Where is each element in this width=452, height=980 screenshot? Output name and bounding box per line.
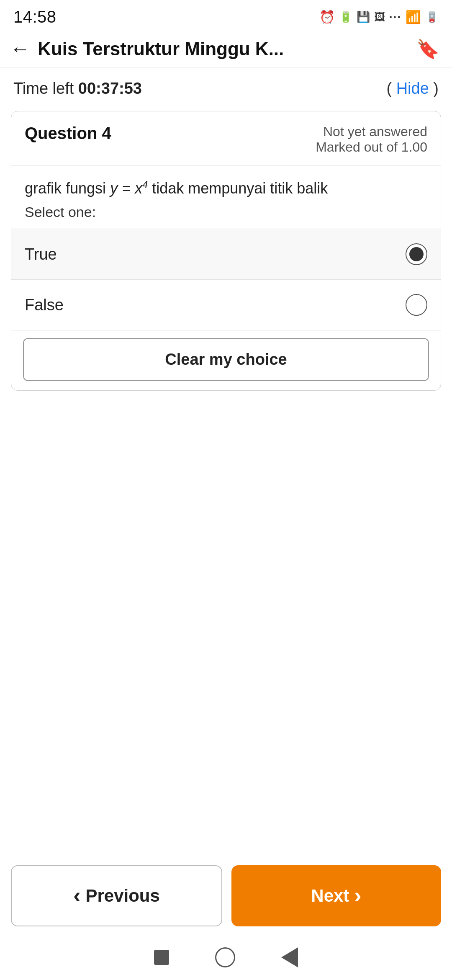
battery-icon: 🪫 [425,10,439,23]
status-bar: 14:58 ⏰ 🔋 💾 🖼 ··· 📶 🪫 [0,0,452,31]
question-text-prefix: grafik fungsi [25,180,106,197]
clear-choice-button[interactable]: Clear my choice [23,338,429,381]
wifi-icon: 📶 [406,10,421,24]
question-math-y: y = x4 [110,180,148,197]
previous-button[interactable]: Previous [11,865,222,926]
question-text: grafik fungsi y = x4 tidak mempunyai tit… [25,177,427,200]
bottom-nav: Previous Next [0,856,452,938]
next-label: Next [311,886,349,906]
hide-paren-close: ) [429,80,439,97]
sd-card-icon: 💾 [357,10,370,23]
timer-row: Time left 00:37:53 ( Hide ) [0,68,452,106]
system-home-button[interactable] [215,947,235,967]
bookmark-icon[interactable]: 🔖 [416,38,439,60]
chevron-left-icon [73,885,80,907]
app-title: Kuis Terstruktur Minggu K... [38,39,416,59]
photo-icon: 🖼 [374,10,385,23]
option-false-label: False [25,296,64,314]
system-square-button[interactable] [154,950,169,965]
status-time: 14:58 [13,8,56,26]
battery-plus-icon: 🔋 [339,10,352,23]
select-one-label: Select one: [25,204,427,220]
previous-label: Previous [85,886,159,906]
system-back-button[interactable] [281,947,298,967]
question-meta: Not yet answered Marked out of 1.00 [316,124,427,155]
option-true-label: True [25,245,57,263]
question-body: grafik fungsi y = x4 tidak mempunyai tit… [11,165,441,229]
timer-label: Time left 00:37:53 [13,80,142,97]
question-status: Not yet answered [316,124,427,139]
question-text-suffix: tidak mempunyai titik balik [152,180,328,197]
timer-value: 00:37:53 [78,80,142,97]
hide-container: ( Hide ) [386,80,439,98]
back-button[interactable]: ← [10,39,30,59]
option-true-row[interactable]: True [11,229,441,280]
hide-paren-open: ( [386,80,396,97]
timer-display: Time left 00:37:53 [13,80,142,98]
option-true-radio[interactable] [406,243,427,265]
option-false-row[interactable]: False [11,280,441,330]
question-card: Question 4 Not yet answered Marked out o… [11,111,441,391]
content-spacer [0,401,452,856]
status-icons: ⏰ 🔋 💾 🖼 ··· 📶 🪫 [319,10,439,24]
option-false-radio[interactable] [406,294,427,316]
clear-btn-row: Clear my choice [11,330,441,390]
next-button[interactable]: Next [231,865,441,926]
system-nav-bar [0,938,452,980]
app-bar: ← Kuis Terstruktur Minggu K... 🔖 [0,31,452,68]
question-marked: Marked out of 1.00 [316,139,427,155]
question-number: Question 4 [25,124,111,143]
alarm-icon: ⏰ [319,10,335,24]
hide-button[interactable]: Hide [396,80,429,97]
timer-prefix: Time left [13,80,74,97]
chevron-right-icon [354,885,361,907]
more-icon: ··· [389,10,401,24]
question-header: Question 4 Not yet answered Marked out o… [11,111,441,165]
radio-selected-dot [409,247,424,261]
